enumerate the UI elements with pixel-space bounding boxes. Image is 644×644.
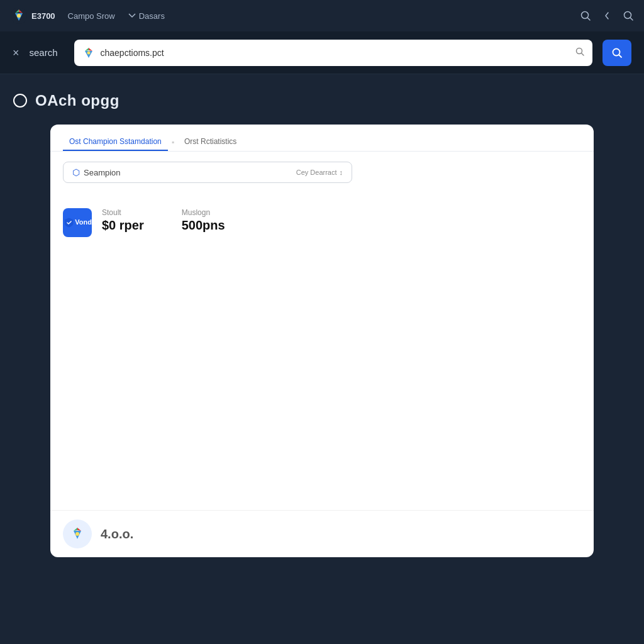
logo: E3700 — [10, 7, 55, 25]
result-info: Stoult $0 rper Muslogn 500pns — [102, 208, 581, 233]
bottom-value: 4.o.o. — [101, 527, 133, 541]
svg-point-2 — [582, 12, 589, 19]
search-close-button[interactable]: × — [13, 47, 19, 58]
search-label: search — [30, 47, 64, 58]
svg-point-1 — [17, 14, 21, 18]
stat2-value: 500pns — [182, 218, 225, 233]
tab-statistics[interactable]: Orst Rctiatistics — [178, 133, 243, 151]
page-title: OAch opgg — [35, 92, 119, 109]
nav-search2-icon[interactable] — [623, 10, 634, 21]
svg-point-10 — [75, 532, 79, 536]
top-nav: E3700 Campo Srow Dasars — [0, 0, 644, 31]
main-content: OAch opgg Ost Champion Sstamdation ▪ Ors… — [0, 74, 644, 644]
nav-search-icon[interactable] — [580, 10, 591, 21]
search-bar: × search — [0, 31, 644, 74]
result-avatar: Vond — [63, 208, 92, 237]
result-item: Vond Stoult $0 rper Muslogn 500pns — [63, 199, 581, 246]
filter-select-left: ⬡ Seampion — [72, 167, 121, 177]
page-header-circle-icon — [13, 93, 28, 108]
nav-item-dasars[interactable]: Dasars — [128, 11, 165, 21]
svg-point-8 — [14, 94, 26, 107]
search-input[interactable] — [101, 48, 570, 58]
content-card: Ost Champion Sstamdation ▪ Orst Rctiatis… — [50, 125, 594, 557]
arrow-icon — [128, 11, 136, 20]
stat1-label: Stoult — [102, 208, 144, 217]
page-header: OAch opgg — [13, 92, 631, 109]
search-submit-button[interactable] — [602, 40, 631, 66]
nav-item-campo[interactable]: Campo Srow — [68, 11, 115, 21]
nav-back-icon[interactable] — [601, 10, 613, 21]
filter-sort-icon: ↕ — [340, 169, 343, 176]
svg-point-7 — [613, 48, 620, 55]
filter-select-right: Cey Dearract ↕ — [296, 169, 343, 176]
stat1-value: $0 rper — [102, 218, 144, 233]
tab-champion-standardation[interactable]: Ost Champion Sstamdation — [63, 133, 168, 151]
filter-select[interactable]: ⬡ Seampion Cey Dearract ↕ — [63, 162, 352, 183]
search-input-logo — [82, 46, 96, 60]
bottom-avatar-icon — [67, 524, 87, 544]
stat2-label: Muslogn — [182, 208, 225, 217]
bottom-result: 4.o.o. — [50, 510, 594, 557]
stat-group-1: Stoult $0 rper — [102, 208, 144, 233]
svg-point-3 — [625, 12, 631, 19]
svg-point-5 — [87, 51, 90, 54]
filter-right-label: Cey Dearract — [296, 169, 337, 176]
search-input-wrapper — [74, 40, 592, 66]
stat-group-2: Muslogn 500pns — [182, 208, 225, 233]
logo-icon — [10, 7, 28, 25]
nav-icons — [580, 10, 634, 21]
avatar-shield-icon — [63, 214, 75, 231]
search-field-icon[interactable] — [575, 47, 585, 59]
bottom-avatar — [63, 519, 92, 548]
tab-separator: ▪ — [172, 138, 174, 147]
filter-label: Seampion — [84, 168, 121, 177]
nav-brand: E3700 — [31, 11, 55, 21]
result-stats: Stoult $0 rper Muslogn 500pns — [102, 208, 581, 233]
card-tabs: Ost Champion Sstamdation ▪ Orst Rctiatis… — [50, 125, 594, 152]
avatar-label: Vond — [75, 218, 92, 226]
filter-row: ⬡ Seampion Cey Dearract ↕ — [50, 152, 594, 193]
result-list: Vond Stoult $0 rper Muslogn 500pns — [50, 193, 594, 258]
filter-icon: ⬡ — [72, 167, 80, 177]
